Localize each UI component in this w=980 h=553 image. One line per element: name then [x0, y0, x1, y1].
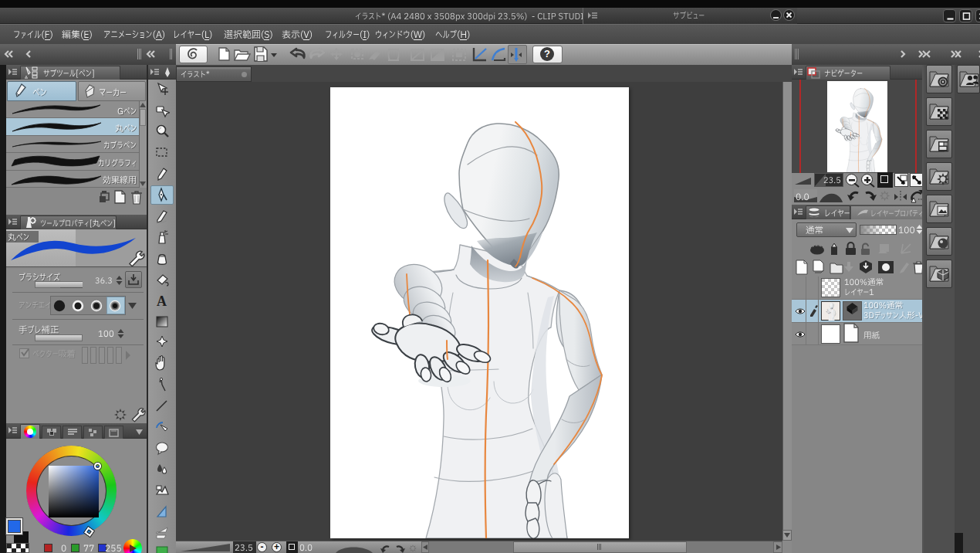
- svg-text:A: A: [157, 293, 167, 309]
